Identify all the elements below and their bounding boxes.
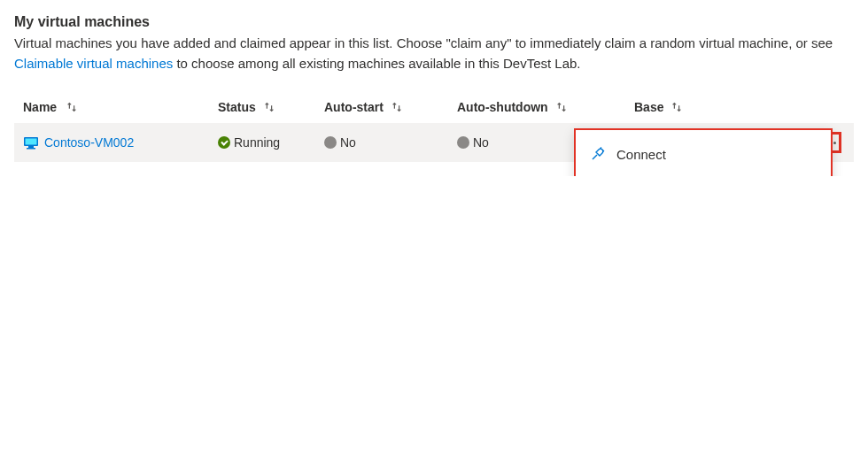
column-label: Base bbox=[634, 100, 663, 114]
menu-item-restart[interactable]: Restart bbox=[576, 173, 831, 176]
description-text-after: to choose among all existing machines av… bbox=[176, 56, 580, 71]
autostart-dot-icon bbox=[324, 136, 337, 149]
svg-rect-3 bbox=[27, 148, 35, 150]
sort-icon bbox=[555, 101, 568, 113]
description-text-before: Virtual machines you have added and clai… bbox=[14, 35, 833, 50]
vm-name-link[interactable]: Contoso-VM002 bbox=[44, 135, 134, 150]
column-label: Auto-start bbox=[324, 100, 384, 114]
svg-rect-2 bbox=[28, 146, 34, 148]
section-title: My virtual machines bbox=[14, 14, 854, 30]
svg-rect-1 bbox=[26, 139, 37, 145]
autostart-text: No bbox=[340, 135, 356, 150]
connect-icon bbox=[590, 146, 606, 162]
vm-icon bbox=[23, 135, 39, 150]
status-text: Running bbox=[234, 135, 280, 150]
column-label: Name bbox=[23, 100, 57, 114]
sort-icon bbox=[391, 101, 403, 113]
menu-item-connect[interactable]: Connect bbox=[576, 135, 831, 173]
context-menu: Connect Restart Stop bbox=[574, 128, 833, 176]
sort-icon bbox=[66, 101, 78, 113]
autoshutdown-dot-icon bbox=[457, 136, 469, 149]
status-running-icon bbox=[218, 136, 230, 149]
column-label: Status bbox=[218, 100, 256, 114]
column-header-name[interactable]: Name bbox=[23, 100, 218, 114]
sort-icon bbox=[670, 101, 683, 113]
table-row[interactable]: Contoso-VM002 Running No No Connect bbox=[14, 123, 854, 162]
menu-label: Connect bbox=[616, 147, 666, 162]
table-header-row: Name Status Auto-start Auto-shutdown Bas… bbox=[14, 91, 854, 123]
column-header-autostart[interactable]: Auto-start bbox=[324, 100, 457, 114]
autoshutdown-text: No bbox=[473, 135, 489, 150]
sort-icon bbox=[263, 101, 275, 113]
section-description: Virtual machines you have added and clai… bbox=[14, 34, 847, 73]
column-label: Auto-shutdown bbox=[457, 100, 548, 114]
column-header-status[interactable]: Status bbox=[218, 100, 324, 114]
column-header-autoshutdown[interactable]: Auto-shutdown bbox=[457, 100, 634, 114]
column-header-base[interactable]: Base bbox=[634, 100, 740, 114]
claimable-vms-link[interactable]: Claimable virtual machines bbox=[14, 56, 173, 71]
